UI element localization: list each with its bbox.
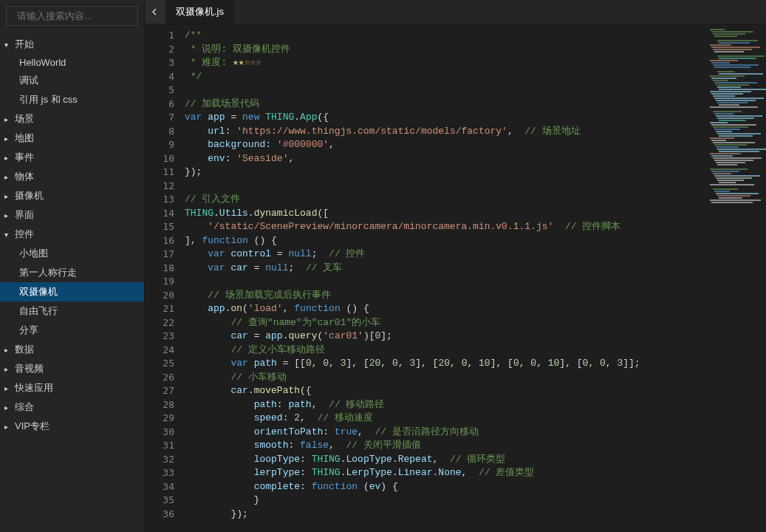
tab-title: 双摄像机.js [176,5,224,18]
chevron-right-icon: ▸ [4,192,12,200]
chevron-right-icon: ▸ [4,403,12,412]
sidebar-section-label: 界面 [15,208,34,222]
sidebar-section[interactable]: ▸音视频 [0,359,144,378]
sidebar-section-label: VIP专栏 [15,420,49,433]
tab-nav-left[interactable] [145,0,165,24]
sidebar-item[interactable]: HelloWorld [0,54,144,71]
sidebar-section-label: 摄像机 [15,189,44,202]
tab-bar: 双摄像机.js [145,0,766,24]
chevron-down-icon: ▾ [4,41,12,49]
sidebar-section[interactable]: ▾控件 [0,225,144,244]
sidebar-section-label: 事件 [15,151,34,164]
sidebar-section-label: 物体 [15,170,34,183]
chevron-right-icon: ▸ [4,154,12,162]
code-content[interactable]: /** * 说明: 双摄像机控件 * 难度: ★★☆☆☆ */ // 加载场景代… [185,24,766,532]
chevron-right-icon: ▸ [4,423,12,431]
sidebar-section[interactable]: ▸摄像机 [0,186,144,205]
sidebar-section-label: 数据 [15,343,34,356]
sidebar-section-label: 控件 [15,228,34,241]
sidebar-item[interactable]: 小地图 [0,244,144,263]
sidebar-section[interactable]: ▸地图 [0,129,144,148]
sidebar-section-label: 地图 [15,132,34,145]
sidebar-item[interactable]: 双摄像机 [0,282,144,301]
sidebar-section[interactable]: ▸物体 [0,167,144,186]
sidebar-item[interactable]: 调试 [0,71,144,90]
sidebar-item[interactable]: 第一人称行走 [0,263,144,282]
chevron-right-icon: ▸ [4,173,12,181]
chevron-right-icon: ▸ [4,384,12,392]
search-box[interactable] [6,6,138,26]
tab-active[interactable]: 双摄像机.js [165,0,235,24]
sidebar-section[interactable]: ▸界面 [0,205,144,225]
sidebar-item[interactable]: 自由飞行 [0,301,144,321]
chevron-right-icon: ▸ [4,134,12,143]
sidebar-item[interactable]: 分享 [0,321,144,340]
sidebar-section-label: 开始 [15,38,34,51]
editor-area: 双摄像机.js 12345678910111213141516171819202… [145,0,766,532]
chevron-right-icon: ▸ [4,365,12,373]
sidebar-section-label: 综合 [15,400,34,414]
minimap[interactable] [707,24,766,532]
sidebar-section[interactable]: ▸数据 [0,340,144,359]
sidebar-section[interactable]: ▸快速应用 [0,378,144,398]
sidebar-section-label: 场景 [15,112,34,126]
search-input[interactable] [17,10,141,21]
chevron-right-icon: ▸ [4,211,12,219]
chevron-right-icon: ▸ [4,346,12,354]
sidebar-section[interactable]: ▸场景 [0,109,144,129]
line-number-gutter: 1234567891011121314151617181920212223242… [145,24,185,532]
sidebar-section[interactable]: ▾开始 [0,35,144,54]
chevron-left-icon [151,8,159,16]
code-editor[interactable]: 1234567891011121314151617181920212223242… [145,24,766,532]
sidebar-section-label: 快速应用 [15,381,53,395]
sidebar-section[interactable]: ▸综合 [0,398,144,417]
chevron-down-icon: ▾ [4,231,12,239]
chevron-right-icon: ▸ [4,115,12,123]
sidebar-item[interactable]: 引用 js 和 css [0,90,144,109]
sidebar: ▾开始HelloWorld调试引用 js 和 css▸场景▸地图▸事件▸物体▸摄… [0,0,145,532]
sidebar-section-label: 音视频 [15,362,44,375]
sidebar-section[interactable]: ▸VIP专栏 [0,417,144,436]
sidebar-tree: ▾开始HelloWorld调试引用 js 和 css▸场景▸地图▸事件▸物体▸摄… [0,32,144,532]
sidebar-section[interactable]: ▸事件 [0,148,144,167]
